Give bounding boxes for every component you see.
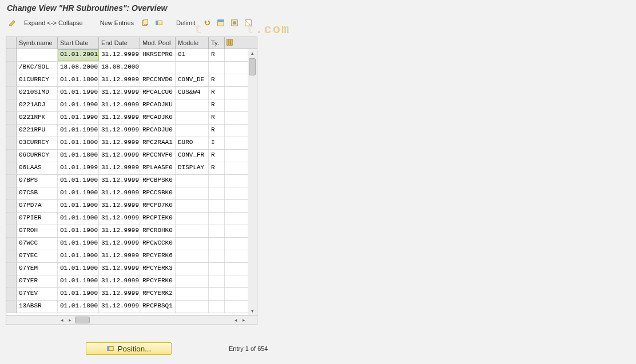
cell-type[interactable]: R [209,87,225,99]
pencil-icon[interactable] [7,17,18,29]
cell-end-date[interactable]: 31.12.9999 [99,150,140,162]
cell-start-date[interactable]: 01.01.1990 [58,112,99,124]
cell-mod-pool[interactable]: RPCYERK6 [140,250,176,262]
cell-mod-pool[interactable]: RPCYERK0 [140,275,176,287]
cell-type[interactable]: R [209,162,225,174]
cell-module[interactable]: CONV_FR [176,150,209,162]
cell-end-date[interactable]: 31.12.9999 [99,238,140,250]
cell-type[interactable] [209,225,225,237]
table-row[interactable]: 0210SIMD01.01.199031.12.9999RPCALCU0CUS&… [6,87,257,99]
cell-mod-pool[interactable]: RPCPIEK0 [140,213,176,225]
cell-type[interactable] [209,175,225,187]
cell-module[interactable] [176,250,209,262]
cell-start-date[interactable]: 01.01.1900 [58,213,99,225]
cell-module[interactable] [176,213,209,225]
row-selector[interactable] [6,74,17,86]
row-selector[interactable] [6,150,17,162]
cell-end-date[interactable]: 31.12.9999 [99,187,140,199]
row-selector[interactable] [6,200,17,212]
cell-mod-pool[interactable]: RPC2RAA1 [140,137,176,149]
row-selector[interactable] [6,187,17,199]
cell-symb-name[interactable]: 0221ADJ [17,99,58,111]
cell-mod-pool[interactable]: RPCBPSK0 [140,175,176,187]
cell-symb-name[interactable]: 13ABSR [17,301,58,313]
cell-start-date[interactable]: 01.01.2001 [58,49,99,61]
cell-end-date[interactable]: 31.12.9999 [99,87,140,99]
cell-module[interactable]: DISPLAY [176,162,209,174]
cell-module[interactable]: CONV_DE [176,74,209,86]
cell-type[interactable] [209,263,225,275]
cell-symb-name[interactable]: 0210SIMD [17,87,58,99]
hscroll-end-right-icon[interactable]: ▸ [240,316,248,324]
undo-icon[interactable] [201,17,213,29]
hscroll-thumb[interactable] [75,317,90,323]
cell-end-date[interactable]: 31.12.9999 [99,49,140,61]
cell-start-date[interactable]: 01.01.1800 [58,137,99,149]
cell-type[interactable] [209,250,225,262]
hscroll-end-left-icon[interactable]: ◂ [232,316,240,324]
cell-start-date[interactable]: 01.01.1990 [58,125,99,137]
cell-mod-pool[interactable]: RPCYERK3 [140,263,176,275]
cell-mod-pool[interactable]: RPCCNVF0 [140,150,176,162]
row-selector[interactable] [6,213,17,225]
table-row[interactable]: 07ROH01.01.190031.12.9999RPCROHK0 [6,225,257,238]
cell-mod-pool[interactable]: RPCPD7K0 [140,200,176,212]
row-selector[interactable] [6,62,17,74]
cell-start-date[interactable]: 01.01.1900 [58,175,99,187]
hscroll-right-icon[interactable]: ▸ [66,316,74,324]
table-row[interactable]: 03CURRCY01.01.180031.12.9999RPC2RAA1EURO… [6,137,257,150]
cell-end-date[interactable]: 31.12.9999 [99,112,140,124]
cell-symb-name[interactable]: 06CURRCY [17,150,58,162]
cell-start-date[interactable]: 01.01.1999 [58,162,99,174]
table-row[interactable]: 07BPS01.01.190031.12.9999RPCBPSK0 [6,175,257,187]
cell-start-date[interactable]: 01.01.1900 [58,263,99,275]
table-row[interactable]: 07PD7A01.01.190031.12.9999RPCPD7K0 [6,200,257,213]
scroll-thumb[interactable] [249,58,256,75]
cell-symb-name[interactable]: 07YEC [17,250,58,262]
cell-mod-pool[interactable]: RPCADJK0 [140,112,176,124]
cell-start-date[interactable]: 01.01.1900 [58,225,99,237]
cell-module[interactable] [176,175,209,187]
cell-type[interactable] [209,301,225,313]
cell-end-date[interactable]: 31.12.9999 [99,125,140,137]
cell-symb-name[interactable]: 03CURRCY [17,137,58,149]
cell-end-date[interactable]: 31.12.9999 [99,275,140,287]
cell-mod-pool[interactable] [140,62,176,74]
cell-module[interactable] [176,200,209,212]
col-end-date[interactable]: End Date [99,37,140,49]
cell-start-date[interactable]: 01.01.1900 [58,187,99,199]
cell-module[interactable] [176,112,209,124]
row-selector[interactable] [6,112,17,124]
row-selector[interactable] [6,288,17,300]
cell-end-date[interactable]: 31.12.9999 [99,99,140,111]
cell-start-date[interactable]: 01.01.1800 [58,150,99,162]
cell-mod-pool[interactable]: HKRSEPR0 [140,49,176,61]
table-row[interactable]: 0221RPK01.01.199031.12.9999RPCADJK0R [6,112,257,125]
cell-end-date[interactable]: 31.12.9999 [99,301,140,313]
row-selector[interactable] [6,87,17,99]
cell-module[interactable] [176,225,209,237]
cell-end-date[interactable]: 31.12.9999 [99,250,140,262]
cell-end-date[interactable]: 31.12.9999 [99,225,140,237]
table-row[interactable]: 07YEV01.01.190031.12.9999RPCYERK2 [6,288,257,301]
cell-type[interactable] [209,213,225,225]
row-selector[interactable] [6,99,17,111]
select-icon[interactable] [153,17,165,29]
hscroll-left-icon[interactable]: ◂ [58,316,66,324]
row-selector-header[interactable] [6,37,17,49]
cell-symb-name[interactable]: 07CSB [17,187,58,199]
cell-end-date[interactable]: 31.12.9999 [99,200,140,212]
cell-module[interactable] [176,125,209,137]
row-selector[interactable] [6,225,17,237]
cell-symb-name[interactable] [17,49,58,61]
table-row[interactable]: 07PIER01.01.190031.12.9999RPCPIEK0 [6,213,257,225]
cell-end-date[interactable]: 31.12.9999 [99,74,140,86]
expand-collapse-button[interactable]: Expand <-> Collapse [21,18,86,27]
cell-start-date[interactable]: 01.01.1900 [58,288,99,300]
cell-start-date[interactable]: 01.01.1990 [58,99,99,111]
cell-symb-name[interactable]: 07PIER [17,213,58,225]
delimit-button[interactable]: Delimit [173,18,199,27]
cell-module[interactable]: CUS&W4 [176,87,209,99]
cell-symb-name[interactable]: 07YEV [17,288,58,300]
cell-mod-pool[interactable]: RPCWCCK0 [140,238,176,250]
